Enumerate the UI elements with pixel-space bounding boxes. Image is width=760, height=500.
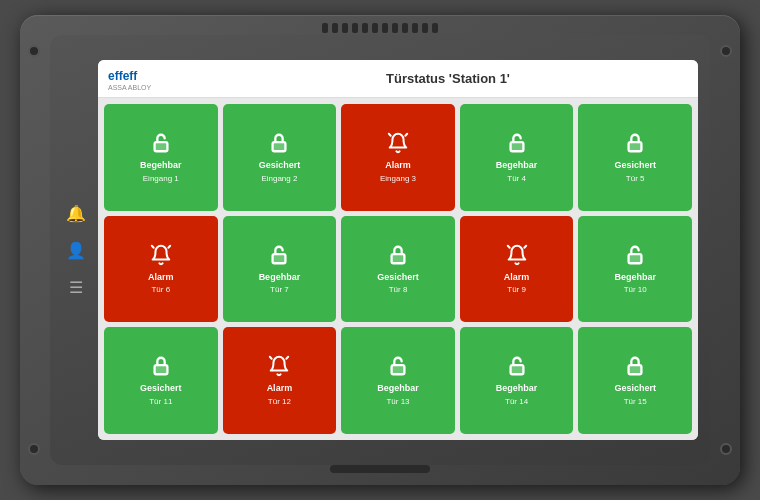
door-grid: BegehbarEingang 1 GesichertEingang 2 Ala…	[98, 98, 698, 440]
vent	[342, 23, 348, 33]
vent	[332, 23, 338, 33]
screen: effeff ASSA ABLOY Türstatus 'Station 1' …	[98, 60, 698, 440]
door-status-10: Begehbar	[614, 273, 656, 283]
menu-sidebar-icon[interactable]: ☰	[69, 278, 83, 297]
door-status-9: Alarm	[504, 273, 530, 283]
door-tile-14[interactable]: BegehbarTür 14	[460, 327, 574, 434]
svg-rect-4	[510, 142, 523, 151]
svg-rect-18	[629, 365, 642, 374]
svg-rect-13	[154, 365, 167, 374]
door-icon-red	[387, 132, 409, 158]
svg-rect-17	[510, 365, 523, 374]
svg-rect-1	[273, 142, 286, 151]
door-tile-4[interactable]: BegehbarTür 4	[460, 104, 574, 211]
top-vents	[322, 23, 438, 33]
svg-line-15	[287, 357, 289, 359]
door-tile-10[interactable]: BegehbarTür 10	[578, 216, 692, 323]
door-tile-15[interactable]: GesichertTür 15	[578, 327, 692, 434]
door-icon-green	[506, 355, 528, 381]
svg-rect-0	[154, 142, 167, 151]
door-label-13: Tür 13	[386, 397, 409, 406]
door-icon-green	[387, 355, 409, 381]
vent	[392, 23, 398, 33]
vent	[362, 23, 368, 33]
door-tile-5[interactable]: GesichertTür 5	[578, 104, 692, 211]
vent	[322, 23, 328, 33]
door-tile-3[interactable]: AlarmEingang 3	[341, 104, 455, 211]
door-status-1: Begehbar	[140, 161, 182, 171]
door-tile-8[interactable]: GesichertTür 8	[341, 216, 455, 323]
door-label-15: Tür 15	[624, 397, 647, 406]
door-tile-7[interactable]: BegehbarTür 7	[223, 216, 337, 323]
door-icon-red	[150, 244, 172, 270]
door-status-3: Alarm	[385, 161, 411, 171]
door-label-3: Eingang 3	[380, 174, 416, 183]
door-label-12: Tür 12	[268, 397, 291, 406]
door-status-14: Begehbar	[496, 384, 538, 394]
svg-line-6	[152, 245, 154, 247]
device-outer: 🔔 👤 ☰ effeff ASSA ABLOY Türstatus 'Stati…	[20, 15, 740, 485]
bottom-connector	[330, 465, 430, 473]
mount-hole	[720, 45, 732, 57]
door-label-1: Eingang 1	[143, 174, 179, 183]
mount-hole	[28, 443, 40, 455]
vent	[402, 23, 408, 33]
svg-line-11	[524, 245, 526, 247]
screen-title: Türstatus 'Station 1'	[208, 71, 688, 86]
door-tile-13[interactable]: BegehbarTür 13	[341, 327, 455, 434]
door-icon-green	[624, 132, 646, 158]
door-status-11: Gesichert	[140, 384, 182, 394]
door-status-8: Gesichert	[377, 273, 419, 283]
svg-rect-12	[629, 254, 642, 263]
left-sidebar: 🔔 👤 ☰	[62, 204, 90, 297]
door-tile-12[interactable]: AlarmTür 12	[223, 327, 337, 434]
svg-line-7	[168, 245, 170, 247]
door-tile-1[interactable]: BegehbarEingang 1	[104, 104, 218, 211]
door-label-6: Tür 6	[151, 285, 170, 294]
door-label-4: Tür 4	[507, 174, 526, 183]
logo-brand: effeff	[108, 69, 137, 83]
door-label-5: Tür 5	[626, 174, 645, 183]
door-tile-6[interactable]: AlarmTür 6	[104, 216, 218, 323]
screen-header: effeff ASSA ABLOY Türstatus 'Station 1'	[98, 60, 698, 98]
vent	[412, 23, 418, 33]
door-icon-green	[387, 244, 409, 270]
door-status-13: Begehbar	[377, 384, 419, 394]
door-status-4: Begehbar	[496, 161, 538, 171]
door-icon-green	[150, 355, 172, 381]
door-label-11: Tür 11	[149, 397, 172, 406]
door-tile-2[interactable]: GesichertEingang 2	[223, 104, 337, 211]
door-label-7: Tür 7	[270, 285, 289, 294]
vent	[432, 23, 438, 33]
svg-rect-5	[629, 142, 642, 151]
svg-rect-8	[273, 254, 286, 263]
door-icon-green	[624, 355, 646, 381]
door-label-14: Tür 14	[505, 397, 528, 406]
door-icon-green	[506, 132, 528, 158]
svg-line-14	[270, 357, 272, 359]
door-icon-red	[268, 355, 290, 381]
door-status-7: Begehbar	[259, 273, 301, 283]
door-icon-green	[268, 244, 290, 270]
alarm-sidebar-icon[interactable]: 🔔	[66, 204, 86, 223]
logo-area: effeff ASSA ABLOY	[108, 66, 208, 91]
vent	[382, 23, 388, 33]
door-status-6: Alarm	[148, 273, 174, 283]
device-inner: 🔔 👤 ☰ effeff ASSA ABLOY Türstatus 'Stati…	[50, 35, 710, 465]
svg-line-3	[405, 134, 407, 136]
door-tile-9[interactable]: AlarmTür 9	[460, 216, 574, 323]
door-status-2: Gesichert	[259, 161, 301, 171]
door-tile-11[interactable]: GesichertTür 11	[104, 327, 218, 434]
svg-line-2	[389, 134, 391, 136]
door-status-15: Gesichert	[614, 384, 656, 394]
svg-rect-16	[392, 365, 405, 374]
logo: effeff ASSA ABLOY	[108, 66, 151, 91]
vent	[422, 23, 428, 33]
user-sidebar-icon[interactable]: 👤	[66, 241, 86, 260]
mount-hole	[720, 443, 732, 455]
logo-sub: ASSA ABLOY	[108, 84, 151, 91]
svg-line-10	[507, 245, 509, 247]
vent	[352, 23, 358, 33]
door-icon-green	[268, 132, 290, 158]
door-label-10: Tür 10	[624, 285, 647, 294]
